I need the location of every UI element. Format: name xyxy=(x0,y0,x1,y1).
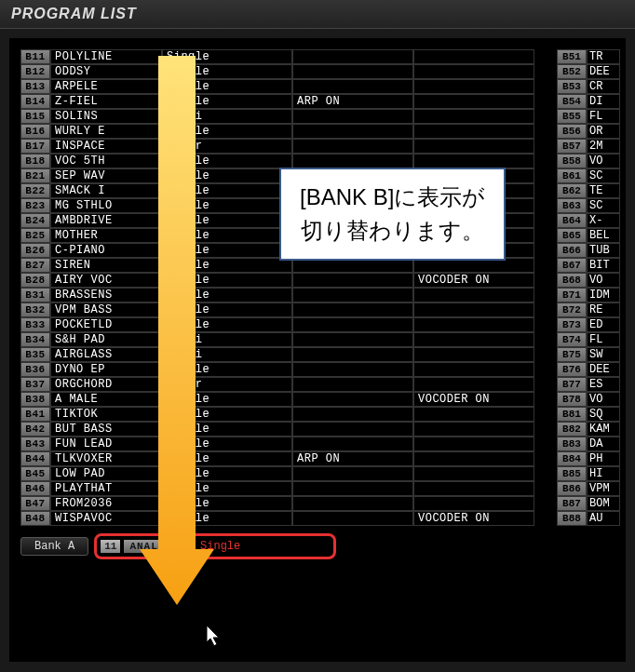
name-cell: BIT xyxy=(587,258,620,273)
program-row[interactable]: B83DA xyxy=(557,437,622,451)
program-row[interactable]: B41TIKTOKSingle xyxy=(20,407,551,422)
extra-cell xyxy=(292,347,413,362)
program-row[interactable]: B64X- xyxy=(557,213,622,228)
slot-cell: B25 xyxy=(20,228,50,243)
name-cell: C-PIANO xyxy=(50,243,162,258)
type-cell: Multi xyxy=(162,109,292,124)
program-row[interactable]: B53CR xyxy=(557,79,622,94)
program-row[interactable]: B55FL xyxy=(557,109,622,124)
program-row[interactable]: B16WURLY ESingle xyxy=(20,124,551,139)
program-row[interactable]: B58VO xyxy=(557,154,622,168)
program-row[interactable]: B85HI xyxy=(557,466,622,481)
program-row[interactable]: B72RE xyxy=(557,302,622,317)
program-row[interactable]: B82KAM xyxy=(557,422,622,437)
slot-cell: B35 xyxy=(20,347,50,362)
extra2-cell: VOCODER ON xyxy=(413,273,534,288)
name-cell: MG STHLO xyxy=(50,198,162,213)
program-row[interactable]: B44TLKVOXERSingleARP ON xyxy=(20,451,551,466)
name-cell: ODDSY xyxy=(50,64,162,79)
program-row[interactable]: B84PH xyxy=(557,451,622,466)
slot-cell: B48 xyxy=(20,511,50,526)
slot-cell: B56 xyxy=(557,124,587,139)
program-row[interactable]: B78VO xyxy=(557,392,622,407)
program-row[interactable]: B67BIT xyxy=(557,258,622,273)
type-cell: Single xyxy=(162,437,292,451)
slot-cell: B64 xyxy=(557,213,587,228)
program-row[interactable]: B35AIRGLASSMulti xyxy=(20,347,551,362)
program-row[interactable]: B31BRASSENSSingle xyxy=(20,288,551,302)
program-row[interactable]: B42BUT BASSSingle xyxy=(20,422,551,437)
name-cell: Z-FIEL xyxy=(50,94,162,109)
program-row[interactable]: B15SOLINSMulti xyxy=(20,109,551,124)
program-row[interactable]: B572M xyxy=(557,139,622,154)
program-row[interactable]: B77ES xyxy=(557,377,622,392)
program-row[interactable]: B18VOC 5THSingle xyxy=(20,154,551,168)
annotation-callout: [BANK B]に表示が 切り替わります。 xyxy=(279,168,506,261)
program-row[interactable]: B43FUN LEADSingle xyxy=(20,437,551,451)
program-row[interactable]: B13ARPELESingle xyxy=(20,79,551,94)
slot-cell: B37 xyxy=(20,377,50,392)
name-cell: DI xyxy=(587,94,620,109)
name-cell: FROM2036 xyxy=(50,496,162,511)
slot-cell: B63 xyxy=(557,198,587,213)
selected-slot[interactable]: 11 xyxy=(101,540,120,553)
program-row[interactable]: B74FL xyxy=(557,332,622,347)
program-row[interactable]: B37ORGCHORDLayer xyxy=(20,377,551,392)
program-row[interactable]: B36DYNO EPSingle xyxy=(20,362,551,377)
program-row[interactable]: B71IDM xyxy=(557,288,622,302)
program-row[interactable]: B52DEE xyxy=(557,64,622,79)
slot-cell: B28 xyxy=(20,273,50,288)
program-row[interactable]: B28AIRY VOCSingleVOCODER ON xyxy=(20,273,551,288)
slot-cell: B67 xyxy=(557,258,587,273)
program-row[interactable]: B48WISPAVOCSingleVOCODER ON xyxy=(20,511,551,526)
extra-cell xyxy=(292,79,413,94)
bank-button[interactable]: Bank A xyxy=(20,537,88,556)
program-row[interactable]: B32VPM BASSSingle xyxy=(20,302,551,317)
slot-cell: B81 xyxy=(557,407,587,422)
name-cell: VOC 5TH xyxy=(50,154,162,168)
extra2-cell xyxy=(413,496,534,511)
slot-cell: B21 xyxy=(20,168,50,183)
program-row[interactable]: B51TR xyxy=(557,49,622,64)
extra2-cell: VOCODER ON xyxy=(413,392,534,407)
program-row[interactable]: B34S&H PADMulti xyxy=(20,332,551,347)
slot-cell: B15 xyxy=(20,109,50,124)
slot-cell: B22 xyxy=(20,183,50,198)
slot-cell: B86 xyxy=(557,481,587,496)
program-row[interactable]: B68VO xyxy=(557,273,622,288)
program-row[interactable]: B45LOW PADSingle xyxy=(20,466,551,481)
program-row[interactable]: B76DEE xyxy=(557,362,622,377)
program-row[interactable]: B75SW xyxy=(557,347,622,362)
program-row[interactable]: B38A MALESingleVOCODER ON xyxy=(20,392,551,407)
program-row[interactable]: B33POCKETLDSingle xyxy=(20,317,551,332)
program-row[interactable]: B17INSPACELayer xyxy=(20,139,551,154)
program-row[interactable]: B66TUB xyxy=(557,243,622,258)
selected-program-highlight: 11 ANALOG Single xyxy=(94,533,336,559)
name-cell: AIRGLASS xyxy=(50,347,162,362)
extra2-cell: VOCODER ON xyxy=(413,511,534,526)
extra-cell xyxy=(292,496,413,511)
program-row[interactable]: B88AU xyxy=(557,511,622,526)
program-row[interactable]: B62TE xyxy=(557,183,622,198)
program-row[interactable]: B73ED xyxy=(557,317,622,332)
program-row[interactable]: B54DI xyxy=(557,94,622,109)
type-cell: Single xyxy=(162,258,292,273)
name-cell: KAM xyxy=(587,422,620,437)
program-row[interactable]: B47FROM2036Single xyxy=(20,496,551,511)
program-row[interactable]: B12ODDSYSingle xyxy=(20,64,551,79)
program-row[interactable]: B61SC xyxy=(557,168,622,183)
program-row[interactable]: B86VPM xyxy=(557,481,622,496)
slot-cell: B43 xyxy=(20,437,50,451)
slot-cell: B73 xyxy=(557,317,587,332)
slot-cell: B75 xyxy=(557,347,587,362)
slot-cell: B84 xyxy=(557,451,587,466)
program-row[interactable]: B11POLYLINESingle xyxy=(20,49,551,64)
selected-name[interactable]: ANALOG xyxy=(124,540,178,553)
program-row[interactable]: B65BEL xyxy=(557,228,622,243)
program-row[interactable]: B14Z-FIELSingleARP ON xyxy=(20,94,551,109)
program-row[interactable]: B81SQ xyxy=(557,407,622,422)
program-row[interactable]: B56OR xyxy=(557,124,622,139)
program-row[interactable]: B63SC xyxy=(557,198,622,213)
program-row[interactable]: B87BOM xyxy=(557,496,622,511)
program-row[interactable]: B46PLAYTHATSingle xyxy=(20,481,551,496)
